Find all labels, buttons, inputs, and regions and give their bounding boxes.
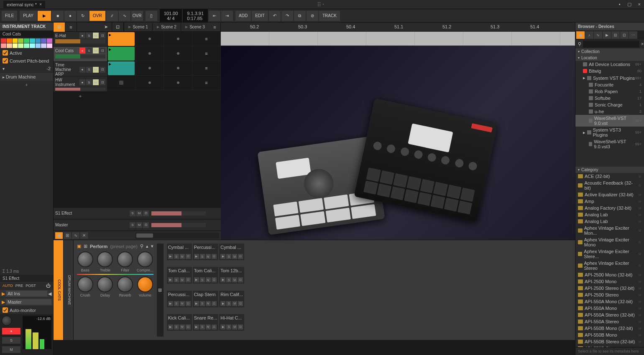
record-button[interactable]: ● [64,11,76,21]
star-icon[interactable]: ☆ [638,293,641,297]
location-item[interactable]: Softube17 [575,95,644,101]
collection-section[interactable]: Collection [575,48,644,55]
pad-mute[interactable]: M [206,254,211,259]
pad-solo[interactable]: S [226,325,231,330]
browser-tab-all[interactable]: ⊡ [620,31,629,39]
drum-pad[interactable]: Clap Stern ▶ S M ⊡ [193,291,219,307]
pad-menu[interactable]: ⊡ [212,325,217,330]
pad-mute[interactable]: M [180,301,185,306]
location-item[interactable]: Rob Papen1 [575,88,644,95]
auto-button[interactable]: AUTO [3,284,13,288]
location-item[interactable]: Bitwig80 [575,68,644,74]
pad-solo[interactable]: S [200,277,205,282]
location-item[interactable]: u-he2 [575,108,644,115]
bass-knob[interactable] [77,251,93,267]
plugin-item[interactable]: Analog Factory (32-bit)☆ [575,205,644,211]
pointer-tool-icon[interactable]: ➤ [100,23,112,32]
star-icon[interactable]: ☆ [638,273,641,277]
pad-menu[interactable]: ⊡ [186,254,191,259]
star-icon[interactable]: ☆ [638,219,641,223]
color-swatch[interactable] [30,38,35,43]
clip-slot[interactable] [164,61,192,75]
pad-play[interactable]: ▶ [194,254,199,259]
color-swatch[interactable] [7,43,12,48]
browser-tab-more[interactable]: ⋯ [629,31,637,39]
star-icon[interactable]: ☆ [638,326,641,330]
add-track-button[interactable]: + [54,92,107,100]
next-preset-icon[interactable]: ▾ [151,243,153,249]
mute-button[interactable]: M [2,346,20,353]
clip-slot[interactable] [164,46,192,61]
track-menu[interactable]: ⊡ [100,48,105,53]
color-swatch[interactable] [1,43,6,48]
star-icon[interactable]: ☆ [638,174,641,178]
pad-menu[interactable]: ⊡ [186,301,191,306]
pad-menu[interactable]: ⊡ [186,277,191,282]
plugin-item[interactable]: Active Equalizer (32-bit)☆ [575,191,644,198]
record-arm[interactable]: ● [79,67,85,73]
minimize-icon[interactable]: • [619,2,621,7]
drum-pad[interactable]: Tom 12b... ▶ S M ⊡ [219,267,244,284]
clip-slot[interactable]: ▶ [107,61,135,75]
star-icon[interactable]: ☆ [638,193,641,197]
pad-mute[interactable]: M [206,277,211,282]
close-window-icon[interactable]: × [638,2,641,7]
plugin-item[interactable]: Aphex Vintage Exciter Mono☆ [575,236,644,248]
star-icon[interactable]: ☆ [638,340,641,344]
chain-cool-cats[interactable]: COOL CATS [54,240,64,340]
pad-mute[interactable]: M [232,301,237,306]
maximize-icon[interactable]: ▢ [627,2,631,7]
reverb-knob[interactable] [117,276,133,292]
star-icon[interactable]: ☆ [638,286,641,290]
plugin-item[interactable]: API-550B Mono☆ [575,332,644,338]
time-display[interactable]: 9.1.3.91 0:17.85 [183,9,208,23]
pad-mute[interactable]: M [232,254,237,259]
star-icon[interactable]: ☆ [638,240,641,244]
star-icon[interactable]: ☆ [638,206,641,210]
undo-button[interactable]: ↶ [269,11,281,21]
pad-menu[interactable]: ⊡ [238,277,243,282]
mute-btn[interactable]: M [93,67,99,73]
pad-play[interactable]: ▶ [168,277,173,282]
scene-2[interactable]: Scene 2 [152,23,181,31]
pad-play[interactable]: ▶ [168,254,173,259]
star-icon[interactable]: ☆ [638,199,641,203]
star-icon[interactable]: ☆ [638,299,641,304]
track-menu[interactable]: ⊡ [100,79,105,85]
mute-btn[interactable]: M [93,79,99,85]
pad-solo[interactable]: S [174,277,179,282]
pad-play[interactable]: ▶ [194,301,199,306]
pad-solo[interactable]: S [226,254,231,259]
plugin-item[interactable]: Aphex Vintage Exciter Mon...☆ [575,225,644,236]
record-arm[interactable]: ● [79,79,85,85]
pad-mute[interactable]: M [232,277,237,282]
pad-play[interactable]: ▶ [168,301,173,306]
clip-slot[interactable] [135,32,164,46]
punch-out-button[interactable]: ⇥ [221,11,233,21]
color-swatch[interactable] [41,38,46,43]
ft-btn-3[interactable]: ∿ [72,232,79,239]
close-icon[interactable]: × [39,2,42,7]
plugin-item[interactable]: Analog Lab☆ [575,211,644,218]
active-checkbox[interactable]: Active [0,49,53,57]
solo-btn[interactable]: S [86,33,92,38]
location-section[interactable]: Location [575,55,644,61]
master-fader[interactable] [151,211,206,216]
input-routing[interactable]: ▶All Ins◀ [0,290,53,297]
location-item[interactable]: ▸System VST Plugins99+ [575,74,644,81]
plugin-item[interactable]: Analog Lab☆ [575,218,644,225]
solo-btn[interactable]: S [130,222,135,228]
location-item[interactable]: Focusrite4 [575,81,644,88]
plugin-item[interactable]: API-550A Mono (32-bit)☆ [575,298,644,305]
pan-knob[interactable] [2,316,12,326]
pad-play[interactable]: ▶ [194,277,199,282]
pad-mute[interactable]: M [206,325,211,330]
record-arm[interactable]: ● [79,33,85,38]
tempo-display[interactable]: 101.00 4/ 4 [160,9,182,23]
clip-slot[interactable]: ▶ [107,46,135,61]
location-item[interactable]: All Device Locations99+ [575,61,644,68]
master-track-row[interactable]: Master S M ⊡ [54,219,221,231]
color-swatch[interactable] [13,38,18,43]
track-row[interactable]: E-Hat ● S M ⊡ [54,32,107,46]
track-row[interactable]: HW Instrument ● S M ⊡ [54,77,107,91]
